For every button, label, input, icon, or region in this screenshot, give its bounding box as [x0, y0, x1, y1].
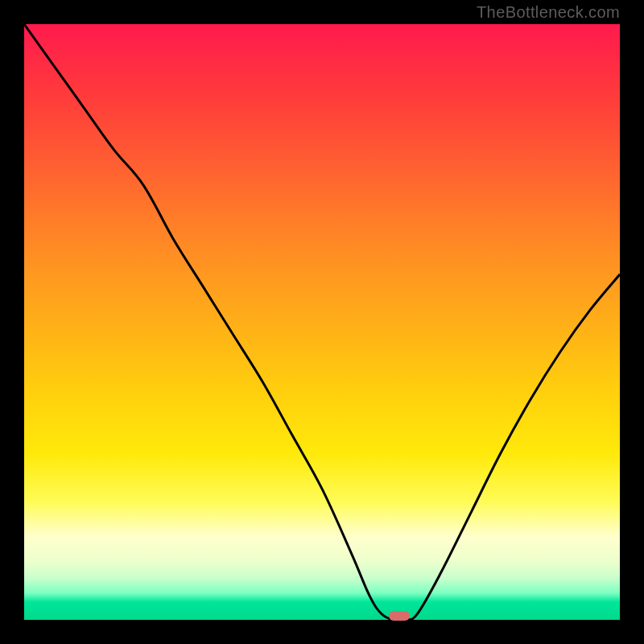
optimal-marker	[389, 611, 410, 621]
plot-area	[24, 24, 620, 620]
chart-line	[24, 24, 620, 620]
chart-frame: TheBottleneck.com	[0, 0, 644, 644]
watermark-label: TheBottleneck.com	[477, 3, 620, 22]
curve-path	[24, 24, 620, 620]
